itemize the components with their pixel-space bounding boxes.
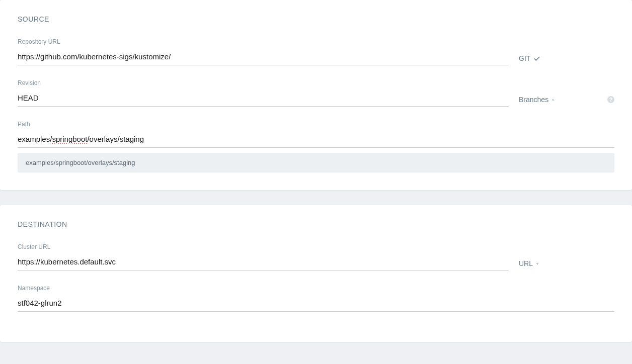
revision-field-group: Revision Branches ? xyxy=(18,79,614,107)
destination-card: DESTINATION Cluster URL URL Namespace xyxy=(0,205,632,342)
repo-url-label: Repository URL xyxy=(18,38,509,45)
cluster-url-label: Cluster URL xyxy=(18,243,509,250)
caret-down-icon xyxy=(535,259,540,267)
path-autocomplete-item[interactable]: examples/springboot/overlays/staging xyxy=(18,153,614,172)
path-input[interactable]: examples/springboot/overlays/staging xyxy=(18,133,614,148)
source-title: SOURCE xyxy=(18,15,614,23)
cluster-type-selector[interactable]: URL xyxy=(519,259,614,270)
cluster-url-input[interactable] xyxy=(18,255,509,270)
caret-down-icon xyxy=(550,96,556,104)
destination-title: DESTINATION xyxy=(18,220,614,228)
revision-input[interactable] xyxy=(18,92,509,107)
path-autocomplete-dropdown: examples/springboot/overlays/staging xyxy=(18,153,614,172)
revision-label: Revision xyxy=(18,79,509,86)
cluster-type-label: URL xyxy=(519,259,533,267)
namespace-field-group: Namespace xyxy=(18,285,614,312)
path-label: Path xyxy=(18,121,614,128)
repo-url-field-group: Repository URL GIT xyxy=(18,38,614,65)
ref-type-selector[interactable]: Branches ? xyxy=(519,96,614,107)
namespace-input[interactable] xyxy=(18,297,614,312)
cluster-url-field-group: Cluster URL URL xyxy=(18,243,614,270)
namespace-label: Namespace xyxy=(18,285,614,292)
ref-type-label: Branches xyxy=(519,96,548,104)
check-icon xyxy=(533,54,540,62)
repo-type-label: GIT xyxy=(519,54,530,62)
source-card: SOURCE Repository URL GIT Revision Branc xyxy=(0,0,632,190)
path-field-group: Path examples/springboot/overlays/stagin… xyxy=(18,121,614,172)
repo-url-input[interactable] xyxy=(18,50,509,65)
help-icon[interactable]: ? xyxy=(607,96,614,103)
repo-type-selector[interactable]: GIT xyxy=(519,54,614,65)
